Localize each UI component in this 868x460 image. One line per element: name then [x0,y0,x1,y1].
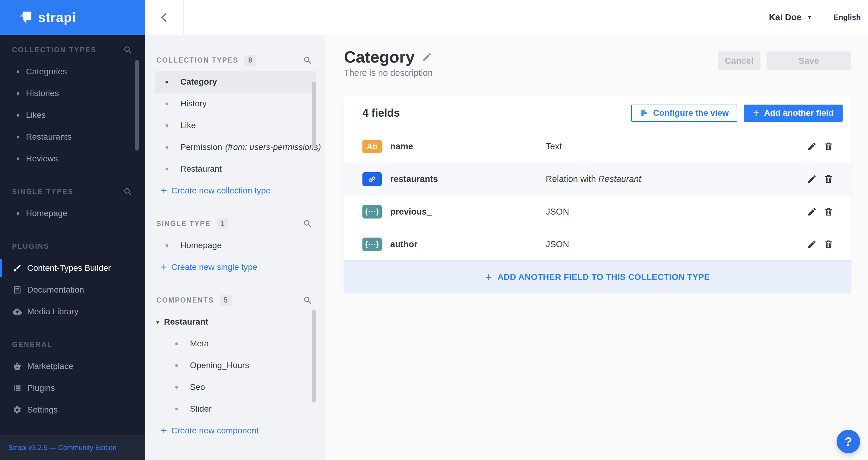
delete-field-button[interactable] [824,174,834,184]
sidebar-item-categories[interactable]: Categories [0,61,145,83]
subnav-item-like[interactable]: Like [145,115,325,136]
search-icon[interactable] [303,295,312,305]
sidebar-item-label: Marketplace [27,362,73,371]
brand-name: strapi [38,10,76,25]
cancel-button[interactable]: Cancel [718,51,761,70]
subnav-item-seo[interactable]: Seo [145,376,325,398]
create-collection-type-link[interactable]: +Create new collection type [145,180,270,202]
sidebar-item-plugins[interactable]: Plugins [0,377,145,399]
subnav-item-restaurant[interactable]: Restaurant [145,158,325,180]
sidebar-scrollbar[interactable] [135,60,139,150]
delete-field-button[interactable] [824,239,834,249]
pencil-icon [807,174,817,184]
edit-title-button[interactable] [422,52,432,62]
save-button[interactable]: Save [767,51,851,70]
pencil-icon [807,239,817,249]
sidebar-item-media-library[interactable]: Media Library [0,301,145,322]
version-link[interactable]: Strapi v3.2.5 — Community Edition [8,444,117,452]
subnav-item-slider[interactable]: Slider [145,398,325,420]
subnav-collection-types-header: COLLECTION TYPES 8 [145,49,325,71]
help-button[interactable]: ? [837,430,860,453]
field-row-name[interactable]: Ab name Text [344,130,851,163]
bullet-dot [165,146,168,149]
create-component-link[interactable]: +Create new component [145,420,259,441]
bullet-dot [165,168,168,170]
subnav-scrollbar[interactable] [312,82,316,148]
relation-target: Restaurant [598,174,641,184]
sidebar-item-label: Settings [27,405,58,415]
book-icon [13,285,22,294]
bullet-dot [175,342,178,345]
subnav-item-opening-hours[interactable]: Opening_Hours [145,354,325,376]
plus-icon: + [485,271,492,283]
field-row-restaurants[interactable]: restaurants Relation with Restaurant [344,163,851,195]
sidebar-item-settings[interactable]: Settings [0,399,145,421]
sidebar-item-label: Plugins [27,383,55,393]
edit-field-button[interactable] [807,239,817,249]
plus-icon: + [161,425,167,436]
search-icon[interactable] [303,56,312,65]
user-menu[interactable]: Kai Doe ▼ [769,12,812,22]
bullet-dot [17,136,19,138]
trash-icon [824,174,834,184]
subnav-item-label: History [180,99,207,109]
cloud-upload-icon [13,307,22,316]
edit-field-button[interactable] [807,174,817,184]
language-selector[interactable]: English [834,13,861,22]
sidebar-item-label: Documentation [27,285,84,295]
back-button[interactable] [145,0,184,35]
bullet-dot [165,124,168,127]
subnav-item-category[interactable]: Category [155,71,316,93]
subnav-title: SINGLE TYPE [156,220,211,228]
plus-icon: + [753,108,759,118]
sidebar-item-label: Reviews [26,154,58,164]
gear-icon [13,405,22,414]
search-icon[interactable] [123,187,132,196]
subnav-item-history[interactable]: History [145,93,325,115]
subnav-item-homepage[interactable]: Homepage [145,234,325,256]
bullet-dot [175,408,178,410]
strapi-logo-icon [18,10,33,25]
search-icon[interactable] [123,45,132,54]
add-field-to-collection-button[interactable]: + ADD ANOTHER FIELD TO THIS COLLECTION T… [344,261,851,293]
sidebar-item-reviews[interactable]: Reviews [0,148,145,170]
subnav-item-label: Homepage [180,240,222,250]
search-icon[interactable] [303,219,312,228]
main-content: Category There is no description Cancel … [325,35,868,460]
chevron-left-icon [159,12,170,23]
subnav-single-type-header: SINGLE TYPE 1 [145,213,325,234]
subnav-item-meta[interactable]: Meta [145,333,325,354]
subnav-item-permission[interactable]: Permission(from: users-permissions) [145,136,325,158]
topbar: Kai Doe ▼ English [145,0,868,35]
bullet-dot [165,244,168,247]
delete-field-button[interactable] [824,207,834,217]
subnav-item-label: Restaurant [180,164,222,174]
sidebar-item-homepage[interactable]: Homepage [0,202,145,224]
subnav-title: COLLECTION TYPES [156,56,238,64]
pencil-icon [807,141,817,151]
edit-field-button[interactable] [807,141,817,151]
field-row-author[interactable]: {···} author_ JSON [344,228,851,261]
bullet-dot [175,364,178,367]
sidebar-item-marketplace[interactable]: Marketplace [0,355,145,377]
sidebar-item-histories[interactable]: Histories [0,83,145,104]
sidebar-item-restaurants[interactable]: Restaurants [0,126,145,148]
right-area: Kai Doe ▼ English COLLECTION TYPES 8 Cat… [145,0,868,460]
edit-field-button[interactable] [807,207,817,217]
components-scrollbar[interactable] [312,310,316,402]
sidebar-item-documentation[interactable]: Documentation [0,279,145,301]
strapi-logo[interactable]: strapi [0,0,145,35]
delete-field-button[interactable] [824,141,834,151]
topbar-right: Kai Doe ▼ English [769,11,868,24]
component-category-restaurant[interactable]: ▾Restaurant [145,311,325,333]
sidebar-item-likes[interactable]: Likes [0,104,145,126]
sidebar-item-content-types-builder[interactable]: Content-Types Builder [0,257,145,279]
add-another-field-button[interactable]: + Add another field [744,105,843,122]
sidebar-item-label: Homepage [26,208,67,218]
subnav-components-header: COMPONENTS 5 [145,289,325,311]
field-row-previous[interactable]: {···} previous_ JSON [344,195,851,228]
main-nav: COLLECTION TYPES Categories Histories Li… [0,35,145,421]
configure-view-button[interactable]: Configure the view [631,105,737,122]
subnav-item-note: (from: users-permissions) [225,142,321,152]
create-single-type-link[interactable]: +Create new single type [145,256,257,278]
